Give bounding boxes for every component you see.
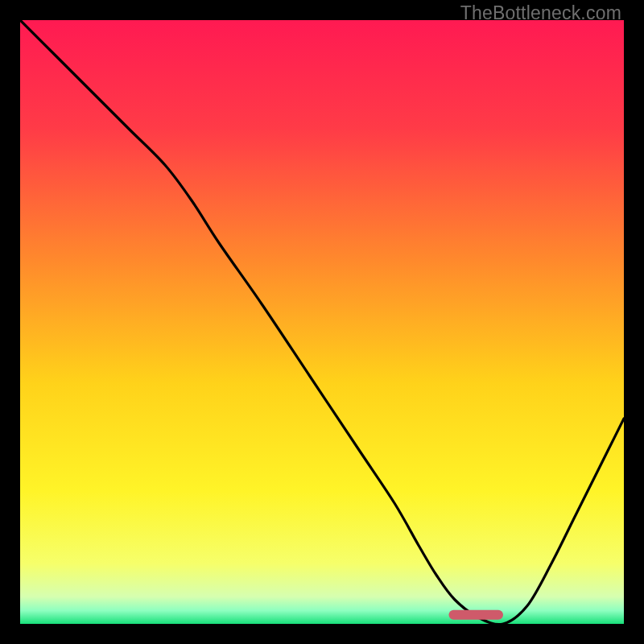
chart-frame: [20, 20, 624, 624]
bottleneck-chart: [20, 20, 624, 624]
optimal-band-marker: [449, 610, 504, 620]
